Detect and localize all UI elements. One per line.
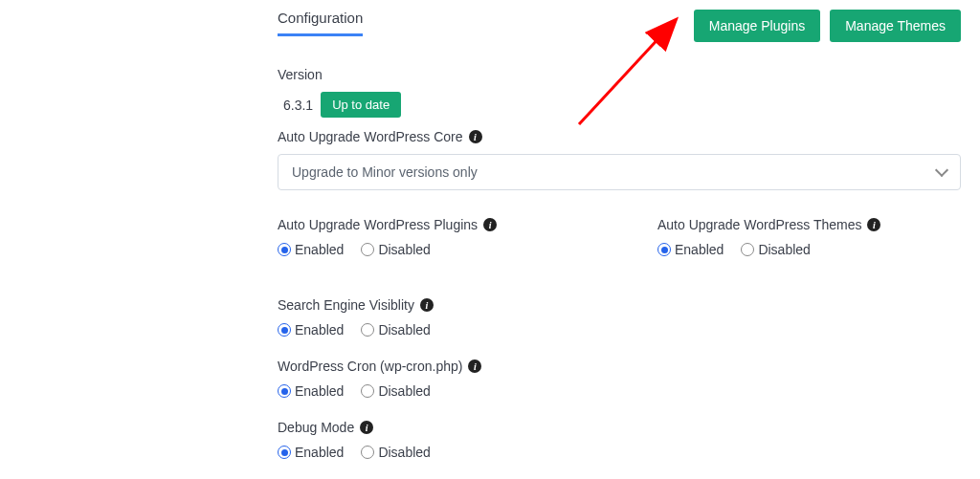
auto-core-select-value: Upgrade to Minor versions only (292, 164, 478, 180)
radio-icon (278, 384, 291, 398)
debug-enabled-radio[interactable]: Enabled (278, 445, 344, 460)
radio-label: Disabled (378, 322, 430, 337)
radio-icon (361, 323, 374, 337)
auto-themes-label: Auto Upgrade WordPress Themes i (657, 217, 961, 232)
radio-icon (657, 243, 671, 256)
info-icon[interactable]: i (468, 359, 481, 373)
auto-themes-enabled-radio[interactable]: Enabled (657, 242, 724, 257)
version-status-badge: Up to date (321, 92, 401, 118)
search-visibility-label: Search Engine Visiblity i (278, 297, 961, 313)
search-visibility-enabled-radio[interactable]: Enabled (278, 322, 344, 337)
manage-plugins-button[interactable]: Manage Plugins (694, 10, 820, 42)
tab-configuration[interactable]: Configuration (278, 10, 363, 36)
debug-label-text: Debug Mode (278, 420, 354, 435)
radio-icon (278, 446, 291, 459)
info-icon[interactable]: i (469, 130, 482, 143)
radio-icon (361, 384, 374, 398)
radio-icon (361, 446, 374, 459)
radio-label: Disabled (758, 242, 810, 257)
info-icon[interactable]: i (360, 421, 373, 434)
auto-core-label: Auto Upgrade WordPress Core i (278, 129, 961, 144)
cron-disabled-radio[interactable]: Disabled (361, 383, 430, 399)
radio-label: Enabled (295, 445, 344, 460)
cron-label: WordPress Cron (wp-cron.php) i (278, 359, 961, 374)
radio-icon (278, 243, 291, 256)
manage-themes-button[interactable]: Manage Themes (830, 10, 961, 42)
info-icon[interactable]: i (867, 218, 880, 231)
debug-label: Debug Mode i (278, 420, 961, 435)
radio-label: Enabled (675, 242, 724, 257)
chevron-down-icon (935, 163, 948, 177)
auto-core-label-text: Auto Upgrade WordPress Core (278, 129, 463, 144)
auto-plugins-disabled-radio[interactable]: Disabled (361, 242, 430, 257)
info-icon[interactable]: i (420, 298, 434, 312)
search-visibility-disabled-radio[interactable]: Disabled (361, 322, 430, 337)
auto-themes-label-text: Auto Upgrade WordPress Themes (657, 217, 861, 232)
auto-themes-disabled-radio[interactable]: Disabled (741, 242, 810, 257)
cron-label-text: WordPress Cron (wp-cron.php) (278, 359, 462, 374)
radio-label: Disabled (378, 445, 430, 460)
radio-label: Disabled (378, 383, 430, 399)
radio-label: Disabled (378, 242, 430, 257)
radio-icon (278, 323, 291, 337)
info-icon[interactable]: i (483, 218, 497, 231)
radio-icon (361, 243, 374, 256)
version-value: 6.3.1 (278, 98, 313, 113)
auto-core-select[interactable]: Upgrade to Minor versions only (278, 154, 961, 190)
radio-icon (741, 243, 754, 256)
radio-label: Enabled (295, 383, 344, 399)
search-visibility-label-text: Search Engine Visiblity (278, 297, 414, 313)
auto-plugins-label-text: Auto Upgrade WordPress Plugins (278, 217, 478, 232)
debug-disabled-radio[interactable]: Disabled (361, 445, 430, 460)
cron-enabled-radio[interactable]: Enabled (278, 383, 344, 399)
auto-plugins-enabled-radio[interactable]: Enabled (278, 242, 344, 257)
auto-plugins-label: Auto Upgrade WordPress Plugins i (278, 217, 581, 232)
version-label: Version (278, 67, 961, 82)
radio-label: Enabled (295, 242, 344, 257)
radio-label: Enabled (295, 322, 344, 337)
